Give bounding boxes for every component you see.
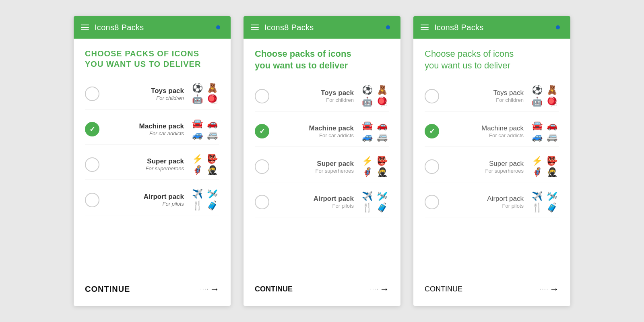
toy-icon-2: 🧸 [205, 83, 219, 93]
pack-item-machine-2: ✓ Machine pack For car addicts 🚘 🚗 🚙 🚐 [255, 116, 389, 147]
radio-super-2[interactable] [255, 159, 269, 174]
dot-indicator-1 [216, 25, 220, 29]
header-1: Icons8 Packs [74, 16, 231, 39]
pack-subtitle-super-2: For superheroes [276, 168, 354, 174]
dots-2: ···· [370, 286, 379, 292]
machine-icon-1: 🚘 [190, 118, 204, 129]
pack-subtitle-toys-3: For children [446, 97, 524, 103]
arrow-icon-2: → [380, 283, 389, 295]
pack-item-airport-3: Airport pack For pilots ✈️ 🛩️ 🍴 🧳 [425, 187, 559, 218]
radio-super-3[interactable] [425, 159, 439, 174]
continue-label-2[interactable]: CONTINUE [255, 285, 293, 293]
pack-name-airport-1: Airport pack [106, 193, 184, 201]
pack-subtitle-toys-1: For children [106, 95, 184, 101]
app-title-3: Icons8 Packs [434, 23, 484, 32]
pack-list-2: Toys pack For children ⚽ 🧸 🤖 🪀 ✓ Machine… [255, 81, 389, 270]
panel-1: Icons8 Packs Choose packs of iconsyou wa… [74, 16, 231, 306]
pack-subtitle-super-3: For superheroes [446, 168, 524, 174]
toy-icon-3: 🤖 [190, 94, 204, 105]
app-title-1: Icons8 Packs [95, 23, 144, 32]
radio-airport-3[interactable] [425, 195, 439, 209]
pack-info-super-3: Super pack For superheroes [446, 160, 524, 174]
dot-indicator-2 [386, 25, 390, 29]
radio-toys-3[interactable] [425, 89, 439, 103]
pack-item-toys-2: Toys pack For children ⚽ 🧸 🤖 🪀 [255, 81, 389, 111]
pack-name-super-3: Super pack [446, 160, 524, 168]
continue-bar-3: CONTINUE ···· → [425, 279, 559, 295]
radio-toys-1[interactable] [85, 87, 99, 101]
pack-subtitle-airport-3: For pilots [446, 203, 524, 209]
continue-label-1[interactable]: CONTINUE [85, 285, 130, 294]
super-icon-3: 🦸 [190, 165, 204, 175]
pack-name-toys-1: Toys pack [106, 87, 184, 95]
continue-arrow-3[interactable]: ···· → [540, 283, 559, 295]
panel-3: Icons8 Packs Choose packs of iconsyou wa… [413, 16, 570, 306]
dots-1: ···· [200, 286, 209, 292]
checkmark-machine-3: ✓ [429, 128, 435, 135]
continue-arrow-2[interactable]: ···· → [370, 283, 389, 295]
header-2: Icons8 Packs [244, 16, 400, 39]
radio-super-1[interactable] [85, 157, 99, 172]
headline-1: Choose packs of iconsyou want us to deli… [85, 48, 219, 69]
radio-machine-1[interactable]: ✓ [85, 122, 99, 136]
radio-toys-2[interactable] [255, 89, 269, 103]
pack-subtitle-machine-3: For car addicts [446, 132, 524, 138]
pack-info-airport-3: Airport pack For pilots [446, 195, 524, 209]
super-icon-2: 👺 [205, 154, 219, 164]
airport-icon-1: ✈️ [190, 189, 204, 199]
arrow-icon-3: → [549, 283, 559, 295]
pack-item-machine-3: ✓ Machine pack For car addicts 🚘 🚗 🚙 🚐 [425, 116, 559, 147]
pack-name-machine-3: Machine pack [446, 124, 524, 132]
pack-name-toys-3: Toys pack [446, 89, 524, 97]
header-3: Icons8 Packs [413, 16, 570, 39]
panel-2: Icons8 Packs Choose packs of iconsyou wa… [244, 16, 400, 306]
pack-icons-toys-2: ⚽ 🧸 🤖 🪀 [360, 85, 389, 107]
pack-info-toys-2: Toys pack For children [276, 89, 354, 103]
hamburger-icon-3[interactable] [421, 25, 429, 30]
pack-icons-machine-2: 🚘 🚗 🚙 🚐 [360, 120, 389, 142]
headline-3: Choose packs of iconsyou want us to deli… [425, 48, 559, 71]
pack-list-3: Toys pack For children ⚽ 🧸 🤖 🪀 ✓ Machine… [425, 81, 559, 270]
pack-icons-airport-3: ✈️ 🛩️ 🍴 🧳 [530, 191, 559, 213]
hamburger-icon-2[interactable] [251, 25, 259, 30]
pack-subtitle-super-1: For superheroes [106, 165, 184, 171]
pack-icons-airport-1: ✈️ 🛩️ 🍴 🧳 [190, 189, 219, 211]
pack-info-machine-3: Machine pack For car addicts [446, 124, 524, 138]
pack-info-super-2: Super pack For superheroes [276, 160, 354, 174]
pack-subtitle-airport-1: For pilots [106, 201, 184, 207]
body-3: Choose packs of iconsyou want us to deli… [413, 39, 570, 306]
pack-name-toys-2: Toys pack [276, 89, 354, 97]
pack-info-toys-1: Toys pack For children [106, 87, 184, 101]
checkmark-machine-1: ✓ [89, 126, 95, 133]
super-icon-1: ⚡ [190, 154, 204, 164]
pack-icons-toys-3: ⚽ 🧸 🤖 🪀 [530, 85, 559, 107]
pack-item-super-3: Super pack For superheroes ⚡ 👺 🦸 🥷 [425, 152, 559, 182]
dots-3: ···· [540, 286, 549, 292]
continue-arrow-1[interactable]: ···· → [200, 283, 219, 295]
radio-airport-2[interactable] [255, 195, 269, 209]
pack-icons-toys-1: ⚽ 🧸 🤖 🪀 [190, 83, 219, 105]
pack-name-super-1: Super pack [106, 157, 184, 165]
pack-info-machine-2: Machine pack For car addicts [276, 124, 354, 138]
airport-icon-2: 🛩️ [205, 189, 219, 199]
pack-item-toys-3: Toys pack For children ⚽ 🧸 🤖 🪀 [425, 81, 559, 111]
hamburger-icon[interactable] [81, 25, 89, 30]
radio-airport-1[interactable] [85, 193, 99, 207]
app-title-2: Icons8 Packs [264, 23, 314, 32]
radio-machine-3[interactable]: ✓ [425, 124, 439, 138]
airport-icon-4: 🧳 [205, 200, 219, 211]
dot-indicator-3 [556, 25, 560, 29]
pack-icons-machine-3: 🚘 🚗 🚙 🚐 [530, 120, 559, 142]
pack-item-super-1: Super pack For superheroes ⚡ 👺 🦸 🥷 [85, 150, 219, 180]
airport-icon-3: 🍴 [190, 200, 204, 211]
pack-subtitle-machine-2: For car addicts [276, 132, 354, 138]
radio-machine-2[interactable]: ✓ [255, 124, 269, 138]
machine-icon-2: 🚗 [205, 118, 219, 129]
pack-item-airport-2: Airport pack For pilots ✈️ 🛩️ 🍴 🧳 [255, 187, 389, 218]
body-2: Choose packs of iconsyou want us to deli… [244, 39, 400, 306]
pack-icons-airport-2: ✈️ 🛩️ 🍴 🧳 [360, 191, 389, 213]
pack-item-airport-1: Airport pack For pilots ✈️ 🛩️ 🍴 🧳 [85, 185, 219, 215]
super-icon-4: 🥷 [205, 165, 219, 175]
continue-label-3[interactable]: CONTINUE [425, 285, 462, 293]
pack-icons-super-2: ⚡ 👺 🦸 🥷 [360, 156, 389, 178]
